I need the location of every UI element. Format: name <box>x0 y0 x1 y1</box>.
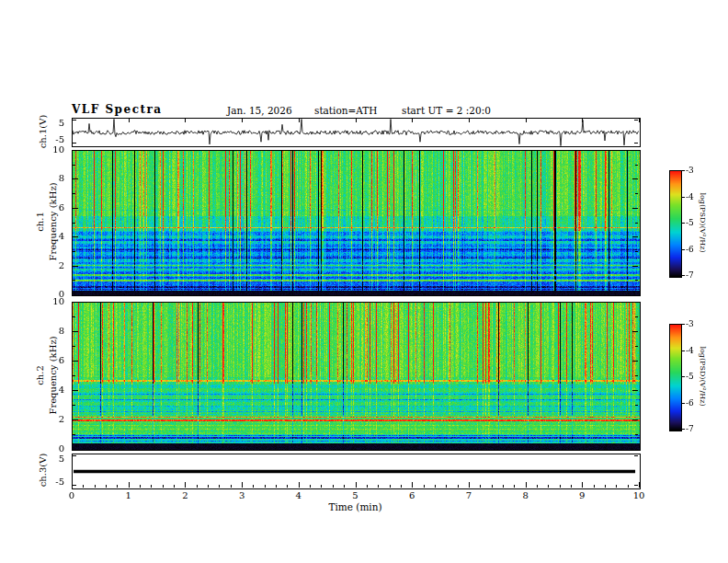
plot-start-ut: start UT = 2 :20:0 <box>402 105 491 116</box>
freq-tick <box>73 390 78 391</box>
colorbar-tick <box>682 429 685 430</box>
x-minor-tick <box>287 485 288 488</box>
freq-tick-label: 6 <box>48 355 64 365</box>
x-minor-tick <box>458 485 459 488</box>
colorbar-tick-label: -6 <box>686 398 704 408</box>
x-tick-label: 8 <box>516 490 536 500</box>
x-minor-tick <box>163 485 164 488</box>
freq-tick <box>73 331 78 332</box>
x-tick <box>526 482 527 488</box>
freq-minor-tick <box>635 251 638 252</box>
freq-minor-tick <box>635 193 638 194</box>
plot-title: VLF Spectra <box>72 103 163 116</box>
x-minor-tick <box>446 485 447 488</box>
x-tick <box>356 482 357 488</box>
x-minor-tick <box>344 485 345 488</box>
x-minor-tick <box>628 485 629 488</box>
freq-minor-tick <box>635 316 638 317</box>
freq-tick-label: 8 <box>48 173 64 183</box>
freq-tick-label: 4 <box>48 385 64 395</box>
volt-tick <box>634 120 638 121</box>
x-tick <box>526 119 527 122</box>
x-minor-tick <box>321 485 322 488</box>
x-tick <box>582 482 583 488</box>
volt-tick-label: 5 <box>48 454 64 464</box>
colorbar-ch2 <box>669 324 682 431</box>
x-tick <box>582 119 583 122</box>
freq-tick-label: 6 <box>48 202 64 213</box>
freq-tick <box>73 236 78 237</box>
x-tick-label: 6 <box>402 490 422 500</box>
x-minor-tick <box>265 485 266 488</box>
freq-minor-tick <box>635 280 638 281</box>
colorbar-tick-label: -4 <box>686 192 704 201</box>
x-tick-label: 5 <box>346 490 366 500</box>
colorbar-ch1 <box>669 170 682 278</box>
ch3-voltage-axis-label: ch.3(V) <box>38 454 48 488</box>
x-minor-tick <box>310 485 311 488</box>
x-tick <box>129 119 130 122</box>
x-minor-tick <box>276 485 277 488</box>
x-tick-label: 3 <box>232 490 252 500</box>
x-tick-label: 2 <box>175 490 195 500</box>
x-tick <box>299 119 300 122</box>
x-minor-tick <box>390 485 391 488</box>
freq-minor-tick <box>73 280 75 281</box>
volt-tick <box>73 485 76 486</box>
x-tick <box>639 482 640 488</box>
freq-tick <box>73 178 78 179</box>
x-minor-tick <box>571 485 572 488</box>
x-tick-label: 10 <box>629 490 649 500</box>
x-tick <box>242 482 243 488</box>
freq-tick <box>632 419 638 420</box>
x-minor-tick <box>106 485 107 488</box>
x-tick <box>639 119 640 122</box>
x-minor-tick <box>480 485 481 488</box>
freq-minor-tick <box>635 405 638 406</box>
x-minor-tick <box>151 485 152 488</box>
x-tick <box>356 119 357 122</box>
colorbar-tick-label: -4 <box>686 346 704 355</box>
volt-tick <box>73 143 76 144</box>
ch1-voltage-axis-label: ch.1(V) <box>38 115 48 149</box>
x-minor-tick <box>208 485 209 488</box>
x-minor-tick <box>435 485 436 488</box>
x-tick-label: 9 <box>572 490 592 500</box>
x-minor-tick <box>253 485 254 488</box>
x-minor-tick <box>605 485 606 488</box>
x-tick-label: 0 <box>62 490 82 500</box>
freq-minor-tick <box>73 165 75 166</box>
x-tick-label: 4 <box>289 490 309 500</box>
x-tick <box>469 119 470 122</box>
ch3-waveform-panel <box>72 454 641 489</box>
plot-station: station=ATH <box>314 105 378 116</box>
colorbar-tick-label: -7 <box>686 424 704 433</box>
x-minor-tick <box>140 485 141 488</box>
freq-minor-tick <box>73 346 75 347</box>
freq-minor-tick <box>73 193 75 194</box>
freq-tick-label: 8 <box>48 326 64 336</box>
colorbar-tick <box>682 350 685 351</box>
colorbar-tick <box>682 249 685 250</box>
freq-tick <box>632 178 638 179</box>
freq-tick <box>632 331 638 332</box>
freq-minor-tick <box>635 375 638 376</box>
x-minor-tick <box>117 485 118 488</box>
volt-tick <box>634 455 638 456</box>
x-minor-tick <box>548 485 549 488</box>
plot-date: Jan. 15, 2026 <box>227 105 292 116</box>
freq-tick <box>632 266 638 267</box>
freq-minor-tick <box>635 434 638 435</box>
colorbar-tick-label: -3 <box>686 166 704 175</box>
x-tick <box>242 119 243 122</box>
freq-tick-label: 10 <box>48 144 64 155</box>
x-minor-tick <box>83 485 84 488</box>
ch1-waveform-panel <box>72 118 641 147</box>
volt-tick-label: 5 <box>48 118 64 128</box>
x-minor-tick <box>616 485 617 488</box>
ch2-frequency-axis-label: Frequency (kHz) <box>48 336 58 414</box>
x-minor-tick <box>197 485 198 488</box>
x-minor-tick <box>219 485 220 488</box>
freq-minor-tick <box>73 316 75 317</box>
x-minor-tick <box>174 485 175 488</box>
